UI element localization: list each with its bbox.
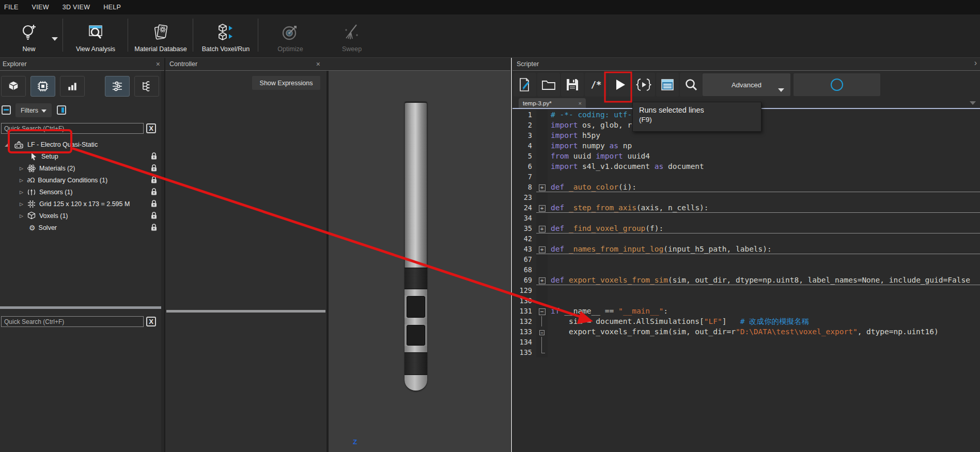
fold-margin[interactable]	[536, 172, 548, 182]
expander-closed-icon[interactable]: ▷	[20, 178, 23, 183]
code-line[interactable]: 132 sim = document.AllSimulations["LF"] …	[512, 316, 980, 326]
fold-margin[interactable]	[536, 316, 548, 326]
code-line[interactable]: 43+def _names_from_input_log(input_h5_pa…	[512, 244, 980, 254]
advanced-mode-dropdown[interactable]: Advanced	[703, 73, 790, 96]
tree-item-sensors[interactable]: ▷ Sensors (1)	[0, 186, 161, 198]
simulation-view-button[interactable]	[30, 76, 55, 97]
fold-margin[interactable]	[536, 141, 548, 151]
show-expressions-button[interactable]: Show Expressions	[252, 76, 320, 90]
fold-margin[interactable]	[536, 110, 548, 120]
expander-closed-icon[interactable]: ▷	[20, 201, 23, 207]
panel-expand-chevron-icon[interactable]: ›	[974, 59, 977, 67]
tab-close-icon[interactable]: ×	[579, 100, 582, 106]
model-view-button[interactable]	[1, 76, 26, 97]
fold-expand-icon[interactable]: +	[539, 226, 546, 232]
code-editor[interactable]: 1# -*- coding: utf-8 -*-2import os, glob…	[512, 110, 980, 357]
code-line[interactable]: 67	[512, 254, 980, 264]
fold-margin[interactable]	[536, 295, 548, 306]
batch-voxel-run-button[interactable]: Batch Voxel/Run	[194, 15, 257, 56]
code-line[interactable]: 35+def _find_voxel_group(f):	[512, 223, 980, 233]
code-line[interactable]: 23	[512, 192, 980, 202]
code-line[interactable]: 4import numpy as np	[512, 141, 980, 151]
code-line[interactable]: 24+def _step_from_axis(axis, n_cells):	[512, 202, 980, 213]
tab-list-arrow-icon[interactable]	[970, 101, 976, 105]
fold-margin[interactable]	[536, 285, 548, 295]
code-line[interactable]: 134	[512, 337, 980, 347]
expander-closed-icon[interactable]: ▷	[20, 213, 23, 219]
fold-margin[interactable]: −	[536, 306, 548, 316]
fold-margin[interactable]	[536, 347, 548, 357]
comment-button[interactable]: /*	[585, 73, 608, 97]
fold-margin[interactable]	[536, 337, 548, 347]
view-analysis-button[interactable]: View Analysis	[65, 15, 127, 56]
tree-item-solver[interactable]: ⚙ Solver	[0, 222, 161, 233]
tree-item-simulation[interactable]: LF - Electro Quasi-Static	[0, 138, 161, 150]
run-script-button[interactable]	[609, 73, 631, 97]
code-line[interactable]: 131−if __name__ == "__main__":	[512, 306, 980, 316]
tree-item-setup[interactable]: Setup	[0, 150, 161, 162]
controller-close-icon[interactable]: ×	[316, 60, 320, 68]
fold-margin[interactable]: +	[536, 275, 548, 285]
code-line[interactable]: 129	[512, 285, 980, 295]
fold-margin[interactable]	[536, 120, 548, 130]
expander-open-icon[interactable]	[5, 143, 9, 147]
fold-margin[interactable]	[536, 264, 548, 275]
code-line[interactable]: 130	[512, 295, 980, 306]
controller-splitter[interactable]	[166, 310, 325, 313]
search-script-button[interactable]	[680, 73, 703, 97]
run-selected-lines-button[interactable]	[632, 73, 655, 97]
collapse-all-button[interactable]	[2, 105, 11, 115]
3d-viewport[interactable]: Z	[329, 71, 510, 452]
menu-file[interactable]: FILE	[4, 4, 19, 11]
new-button[interactable]: New	[4, 15, 54, 56]
menu-3d-view[interactable]: 3D VIEW	[63, 4, 90, 11]
fold-margin[interactable]: −	[536, 326, 548, 337]
filters-dropdown[interactable]: Filters	[15, 103, 52, 117]
fold-expand-icon[interactable]: +	[539, 277, 546, 284]
code-line[interactable]: 69+def export_voxels_from_sim(sim, out_d…	[512, 275, 980, 285]
tab-temp-3[interactable]: temp-3.py* ×	[519, 98, 586, 108]
fold-margin[interactable]: +	[536, 244, 548, 254]
fold-expand-icon[interactable]: +	[539, 184, 546, 191]
tree-item-voxels[interactable]: ▷ Voxels (1)	[0, 210, 161, 222]
menu-view[interactable]: VIEW	[32, 4, 49, 11]
fold-margin[interactable]	[536, 130, 548, 141]
code-line[interactable]: 42	[512, 233, 980, 244]
explorer-splitter[interactable]	[0, 306, 161, 309]
filter-settings-button[interactable]	[105, 76, 130, 97]
quick-search-input-2[interactable]	[1, 316, 144, 327]
code-line[interactable]: 133− export_voxels_from_sim(sim, out_dir…	[512, 326, 980, 337]
fold-expand-icon[interactable]: +	[539, 205, 546, 212]
open-script-button[interactable]	[537, 73, 560, 97]
fold-margin[interactable]	[536, 213, 548, 223]
fold-margin[interactable]	[536, 233, 548, 244]
tree-item-grid[interactable]: ▷ Grid 125 x 120 x 173 = 2.595 M	[0, 198, 161, 210]
new-dropdown-arrow[interactable]	[52, 37, 58, 41]
fold-margin[interactable]	[536, 192, 548, 202]
analysis-view-button[interactable]	[60, 76, 85, 97]
fold-margin[interactable]	[536, 161, 548, 172]
fold-margin[interactable]	[536, 151, 548, 161]
explorer-close-icon[interactable]: ×	[156, 60, 160, 68]
code-line[interactable]: 3import h5py	[512, 130, 980, 141]
material-database-button[interactable]: Material Database	[129, 15, 192, 56]
code-line[interactable]: 135	[512, 347, 980, 357]
new-script-button[interactable]	[514, 73, 536, 97]
fold-margin[interactable]: +	[536, 223, 548, 233]
fold-margin[interactable]	[536, 254, 548, 264]
expander-closed-icon[interactable]: ▷	[20, 190, 23, 195]
fold-collapse-icon[interactable]: −	[539, 330, 545, 335]
panel-splitter[interactable]	[511, 58, 512, 452]
code-line[interactable]: 7	[512, 172, 980, 182]
fold-margin[interactable]: +	[536, 182, 548, 192]
quick-search-input[interactable]	[1, 123, 144, 134]
panel-toggle-button[interactable]	[57, 105, 66, 115]
search-clear-button-2[interactable]: X	[146, 317, 156, 326]
code-line[interactable]: 5from uuid import uuid4	[512, 151, 980, 161]
code-line[interactable]: 8+def _auto_color(i):	[512, 182, 980, 192]
search-clear-button[interactable]: X	[146, 123, 156, 133]
hierarchy-view-button[interactable]	[134, 76, 159, 97]
tree-item-boundary-conditions[interactable]: ▷ ∂Ω Boundary Conditions (1)	[0, 174, 161, 186]
fold-margin[interactable]: +	[536, 202, 548, 213]
tree-item-materials[interactable]: ▷ Materials (2)	[0, 162, 161, 174]
